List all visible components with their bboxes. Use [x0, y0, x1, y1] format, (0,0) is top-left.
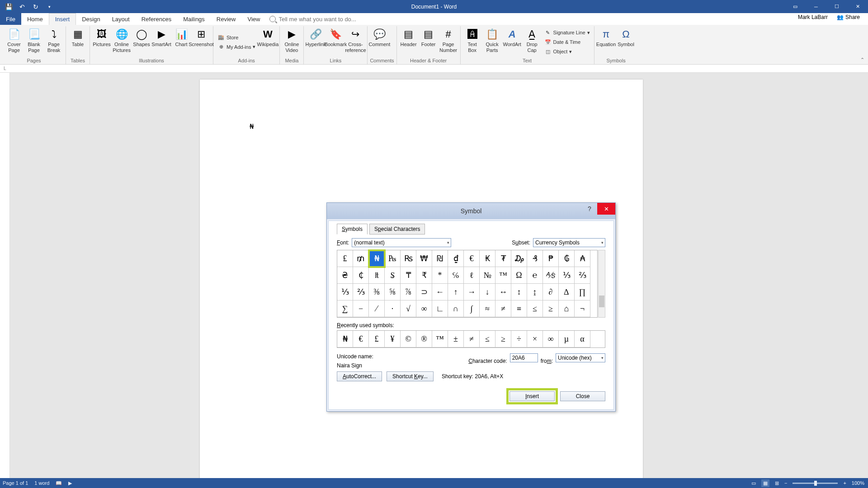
char-code-input[interactable]: 20A6 [510, 353, 538, 362]
zoom-slider[interactable] [793, 483, 838, 484]
symbol-cell[interactable]: ≤ [527, 300, 543, 317]
status-page[interactable]: Page 1 of 1 [3, 480, 28, 486]
recent-symbol-cell[interactable]: ® [416, 331, 432, 347]
symbol-cell[interactable]: ⅓ [559, 267, 575, 284]
symbol-cell[interactable]: ∏ [575, 284, 590, 300]
tab-special-characters[interactable]: Special Characters [369, 224, 425, 235]
symbol-cell[interactable]: ₶ [369, 267, 385, 284]
symbol-cell[interactable]: ₪ [432, 250, 448, 267]
smartart-button[interactable]: ▶SmartArt [152, 26, 171, 48]
symbol-cell[interactable]: ₵ [353, 267, 369, 284]
symbol-cell[interactable]: ∕ [369, 300, 385, 317]
symbol-cell[interactable]: ₮ [495, 250, 511, 267]
zoom-level[interactable]: 100% [852, 480, 864, 486]
recent-symbol-cell[interactable]: ÷ [511, 331, 527, 347]
symbol-cell[interactable]: ₭ [480, 250, 495, 267]
store-button[interactable]: 🏬Store [216, 33, 257, 42]
document-area[interactable]: ₦ Symbol ? ✕ SSymbolsymbols Special Char… [10, 73, 868, 478]
symbol-cell[interactable]: ≈ [480, 300, 495, 317]
symbol-cell[interactable]: ⅜ [369, 284, 385, 300]
dialog-titlebar[interactable]: Symbol ? ✕ [327, 203, 615, 219]
table-button[interactable]: ▦Table [68, 26, 87, 48]
symbol-cell[interactable]: ∫ [464, 300, 480, 317]
hyperlink-button[interactable]: 🔗Hyperlink [306, 26, 325, 48]
recent-symbol-cell[interactable]: ¥ [385, 331, 401, 347]
symbol-cell[interactable]: ↨ [527, 284, 543, 300]
page-number-button[interactable]: #Page Number [439, 26, 458, 54]
wordart-button[interactable]: AWordArt [503, 26, 522, 48]
close-dialog-button[interactable]: Close [560, 391, 605, 401]
maximize-button[interactable]: ☐ [826, 0, 847, 13]
symbol-cell[interactable]: ₱ [543, 250, 559, 267]
close-button[interactable]: ✕ [847, 0, 868, 13]
scrollbar-thumb[interactable] [599, 296, 604, 307]
recent-symbol-cell[interactable]: ≤ [480, 331, 495, 347]
wikipedia-button[interactable]: WWikipedia [258, 26, 277, 48]
recent-symbol-cell[interactable]: ∞ [543, 331, 559, 347]
user-name[interactable]: Mark LaBarr [798, 14, 828, 20]
symbol-cell[interactable]: ≥ [543, 300, 559, 317]
collapse-ribbon-button[interactable]: ⌃ [860, 57, 864, 63]
undo-icon[interactable]: ↶ [18, 3, 26, 11]
header-button[interactable]: ▤Header [399, 26, 418, 48]
symbol-cell[interactable]: ⌂ [559, 300, 575, 317]
spellcheck-icon[interactable]: 📖 [56, 480, 62, 486]
symbol-cell[interactable]: ⊃ [416, 284, 432, 300]
redo-icon[interactable]: ↻ [32, 3, 40, 11]
symbol-cell[interactable]: ₹ [416, 267, 432, 284]
symbol-cell[interactable]: ⅍ [543, 267, 559, 284]
tab-insert[interactable]: Insert [49, 13, 76, 25]
equation-button[interactable]: πEquation [597, 26, 616, 48]
recent-symbol-cell[interactable]: µ [559, 331, 575, 347]
autocorrect-button[interactable]: AutoCorrect... [337, 371, 382, 381]
symbol-cell[interactable]: − [353, 300, 369, 317]
cover-page-button[interactable]: 📄Cover Page [5, 26, 24, 54]
date-time-button[interactable]: 📅Date & Time [542, 38, 592, 47]
symbol-cell[interactable]: ₦ [369, 250, 385, 267]
symbol-cell[interactable]: ∟ [432, 300, 448, 317]
symbol-cell[interactable]: ⅔ [353, 284, 369, 300]
zoom-out-button[interactable]: − [784, 480, 787, 486]
online-video-button[interactable]: ▶Online Video [282, 26, 301, 54]
symbol-cell[interactable]: ₷ [385, 267, 401, 284]
recent-symbol-cell[interactable]: £ [369, 331, 385, 347]
view-print-layout[interactable]: ▦ [761, 479, 769, 487]
cross-reference-button[interactable]: ↪Cross-reference [346, 26, 365, 54]
symbol-cell[interactable]: ≠ [495, 300, 511, 317]
symbol-cell[interactable]: ← [432, 284, 448, 300]
symbol-cell[interactable]: ₨ [401, 250, 416, 267]
status-words[interactable]: 1 word [34, 480, 49, 486]
tab-symbols[interactable]: SSymbolsymbols [337, 224, 368, 235]
symbol-cell[interactable]: → [464, 284, 480, 300]
symbol-cell[interactable]: ₴ [337, 267, 353, 284]
symbol-cell[interactable]: ₸ [401, 267, 416, 284]
drop-cap-button[interactable]: A̲Drop Cap [523, 26, 542, 54]
dialog-help-button[interactable]: ? [583, 203, 596, 215]
symbol-cell[interactable]: √ [401, 300, 416, 317]
blank-page-button[interactable]: 📃Blank Page [24, 26, 43, 54]
symbol-cell[interactable]: ℓ [464, 267, 480, 284]
tell-me-search[interactable]: Tell me what you want to do... [269, 13, 356, 25]
bookmark-button[interactable]: 🔖Bookmark [326, 26, 345, 48]
symbol-cell[interactable]: Ω [511, 267, 527, 284]
symbol-cell[interactable]: ℮ [527, 267, 543, 284]
document-content[interactable]: ₦ [250, 122, 254, 131]
symbol-cell[interactable]: № [480, 267, 495, 284]
from-combo[interactable]: Unicode (hex) [556, 353, 605, 362]
symbol-grid[interactable]: ₤₥₦₧₨₩₪₫€₭₮₯₰₱₲₳₴₵₶₷₸₹*℅ℓ№™Ω℮⅍⅓⅔⅓⅔⅜⅝⅞⊃←↑… [337, 250, 598, 318]
vertical-ruler[interactable] [0, 73, 10, 478]
page-break-button[interactable]: ⤵Page Break [44, 26, 63, 54]
macro-icon[interactable]: ▶ [68, 480, 72, 486]
save-icon[interactable]: 💾 [5, 3, 13, 11]
tab-layout[interactable]: Layout [106, 13, 136, 25]
zoom-in-button[interactable]: + [843, 480, 846, 486]
symbol-cell[interactable]: ₳ [575, 250, 590, 267]
recent-symbols-grid[interactable]: ₦€£¥©®™±≠≤≥÷×∞µα [337, 330, 605, 348]
symbol-cell[interactable]: ™ [495, 267, 511, 284]
symbol-cell[interactable]: ∂ [543, 284, 559, 300]
symbol-cell[interactable]: ∆ [559, 284, 575, 300]
tab-design[interactable]: Design [76, 13, 106, 25]
symbol-cell[interactable]: ₯ [511, 250, 527, 267]
recent-symbol-cell[interactable]: ≥ [495, 331, 511, 347]
recent-symbol-cell[interactable]: × [527, 331, 543, 347]
